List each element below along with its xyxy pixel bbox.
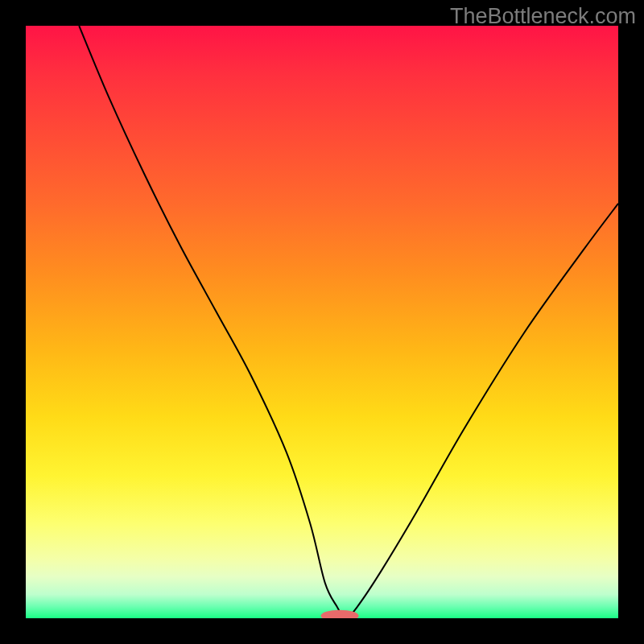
plot-area xyxy=(26,26,618,618)
chart-frame: TheBottleneck.com xyxy=(0,0,644,644)
bottleneck-curve xyxy=(26,26,618,618)
watermark-text: TheBottleneck.com xyxy=(450,4,636,29)
curve-path xyxy=(79,26,618,618)
